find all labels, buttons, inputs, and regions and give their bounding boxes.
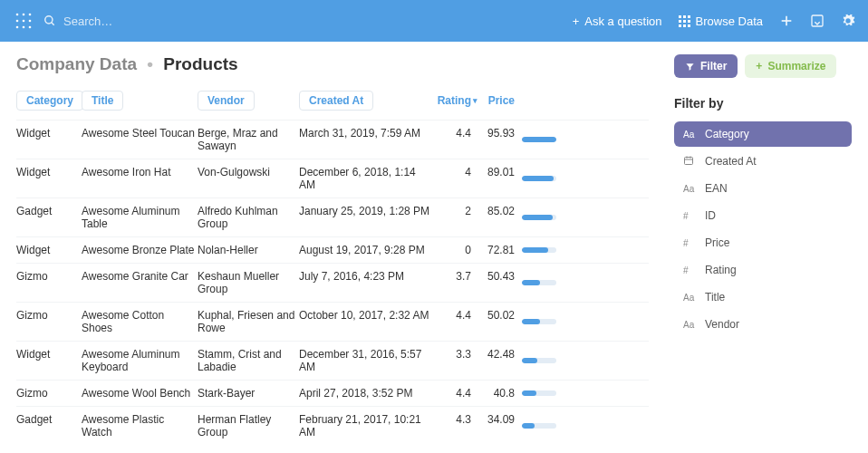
breadcrumb-parent[interactable]: Company Data — [16, 54, 137, 73]
gear-icon[interactable] — [841, 14, 855, 28]
filter-item-icon: # — [683, 211, 696, 221]
filter-item-id[interactable]: #ID — [674, 203, 852, 228]
filter-item-price[interactable]: #Price — [674, 230, 852, 255]
col-rating[interactable]: Rating — [430, 91, 471, 111]
filter-item-label: Vendor — [705, 318, 739, 331]
svg-rect-13 — [688, 15, 690, 18]
filter-item-created-at[interactable]: Created At — [674, 149, 852, 174]
col-vendor[interactable]: Vendor — [198, 91, 299, 111]
cell-category: Widget — [16, 127, 82, 152]
browse-data-link[interactable]: Browse Data — [679, 14, 763, 28]
cell-bar — [515, 413, 560, 439]
col-title[interactable]: Title — [82, 91, 198, 111]
table-row[interactable]: GizmoAwesome Wool BenchStark-BayerApril … — [16, 380, 649, 406]
svg-rect-16 — [688, 20, 690, 23]
cell-rating: 4.4 — [430, 127, 471, 152]
filter-icon — [685, 62, 695, 72]
filter-item-ean[interactable]: AaEAN — [674, 176, 852, 201]
cell-category: Widget — [16, 244, 82, 256]
add-icon[interactable] — [779, 14, 794, 28]
cell-created: April 27, 2018, 3:52 PM — [299, 387, 430, 400]
table-row[interactable]: GizmoAwesome Granite CarKeshaun Mueller … — [16, 263, 649, 302]
filter-item-icon: # — [683, 265, 696, 275]
cell-created: March 31, 2019, 7:59 AM — [299, 127, 430, 152]
cell-created: August 19, 2017, 9:28 PM — [299, 244, 430, 256]
cell-category: Gizmo — [16, 309, 82, 334]
search-input[interactable] — [63, 14, 335, 28]
svg-rect-14 — [679, 20, 681, 23]
app-logo[interactable] — [13, 10, 34, 32]
col-price[interactable]: ▾ Price — [471, 91, 515, 111]
table-row[interactable]: WidgetAwesome Iron HatVon-GulgowskiDecem… — [16, 159, 649, 198]
cell-title: Awesome Plastic Watch — [82, 413, 198, 439]
table-row[interactable]: WidgetAwesome Bronze PlateNolan-HellerAu… — [16, 236, 649, 263]
filter-item-icon: # — [683, 238, 696, 248]
cell-category: Widget — [16, 166, 82, 191]
archive-icon[interactable] — [810, 14, 825, 28]
cell-rating: 0 — [430, 244, 471, 256]
cell-title: Awesome Granite Car — [82, 270, 198, 295]
filter-item-label: Rating — [705, 264, 737, 276]
svg-rect-19 — [688, 24, 690, 27]
svg-point-0 — [16, 14, 19, 16]
table-row[interactable]: GadgetAwesome Plastic WatchHerman Flatle… — [16, 406, 649, 444]
cell-price: 95.93 — [471, 127, 515, 152]
table-header: Category Title Vendor Created At Rating … — [16, 87, 649, 120]
filter-button[interactable]: Filter — [674, 54, 738, 78]
cell-title: Awesome Aluminum Table — [82, 205, 198, 230]
cell-price: 72.81 — [471, 244, 515, 256]
svg-rect-12 — [683, 15, 686, 18]
cell-price: 42.48 — [471, 348, 515, 373]
cell-bar — [515, 205, 560, 230]
col-category[interactable]: Category — [16, 91, 82, 111]
filter-item-label: Title — [705, 291, 725, 304]
cell-bar — [515, 244, 560, 256]
side-toolbar: Filter + Summarize — [674, 54, 852, 78]
cell-title: Awesome Iron Hat — [82, 166, 198, 191]
search-wrap — [43, 14, 573, 28]
svg-point-7 — [23, 26, 25, 29]
table-row[interactable]: GadgetAwesome Aluminum TableAlfredo Kuhl… — [16, 198, 649, 236]
ask-question-link[interactable]: + Ask a question — [573, 14, 662, 28]
cell-vendor: Von-Gulgowski — [198, 166, 299, 191]
filter-item-label: Created At — [705, 155, 757, 168]
cell-vendor: Keshaun Mueller Group — [198, 270, 299, 295]
svg-rect-18 — [683, 24, 686, 27]
cell-created: December 31, 2016, 5:57 AM — [299, 348, 430, 373]
cell-title: Awesome Cotton Shoes — [82, 309, 198, 334]
svg-point-2 — [29, 14, 32, 16]
filter-item-label: Category — [705, 128, 749, 140]
cell-bar — [515, 387, 560, 400]
cell-rating: 3.3 — [430, 348, 471, 373]
side-panel: Filter + Summarize Filter by AaCategoryC… — [665, 42, 868, 453]
filter-item-rating[interactable]: #Rating — [674, 257, 852, 283]
filter-item-vendor[interactable]: AaVendor — [674, 312, 852, 337]
filter-item-category[interactable]: AaCategory — [674, 121, 852, 147]
svg-point-9 — [45, 16, 53, 24]
col-created[interactable]: Created At — [299, 91, 430, 111]
cell-category: Gadget — [16, 205, 82, 230]
cell-bar — [515, 127, 560, 152]
svg-rect-11 — [679, 15, 681, 18]
filter-by-list: AaCategoryCreated AtAaEAN#ID#Price#Ratin… — [674, 121, 852, 337]
cell-title: Awesome Steel Toucan — [82, 127, 198, 152]
svg-rect-15 — [683, 20, 686, 23]
cell-rating: 4.4 — [430, 387, 471, 400]
table-row[interactable]: WidgetAwesome Steel ToucanBerge, Mraz an… — [16, 120, 649, 159]
cell-price: 40.8 — [471, 387, 515, 400]
cell-created: February 21, 2017, 10:21 AM — [299, 413, 430, 439]
cell-price: 50.02 — [471, 309, 515, 334]
svg-point-5 — [29, 20, 32, 23]
cell-rating: 3.7 — [430, 270, 471, 295]
cell-created: December 6, 2018, 1:14 AM — [299, 166, 430, 191]
table-row[interactable]: GizmoAwesome Cotton ShoesKuphal, Friesen… — [16, 302, 649, 341]
summarize-button[interactable]: + Summarize — [745, 54, 836, 78]
table-row[interactable]: WidgetAwesome Aluminum KeyboardStamm, Cr… — [16, 341, 649, 380]
cell-category: Widget — [16, 348, 82, 373]
cell-title: Awesome Aluminum Keyboard — [82, 348, 198, 373]
filter-item-icon: Aa — [683, 130, 696, 140]
cell-vendor: Nolan-Heller — [198, 244, 299, 256]
filter-item-label: ID — [705, 209, 716, 222]
filter-item-title[interactable]: AaTitle — [674, 284, 852, 310]
filter-item-icon: Aa — [683, 320, 696, 330]
